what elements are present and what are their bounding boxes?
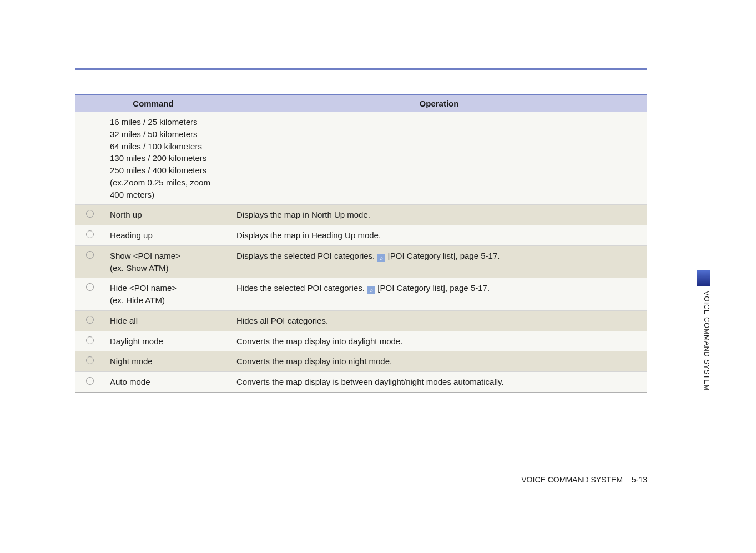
operation-cell: Hides all POI categories. xyxy=(231,310,647,331)
table-row: Night modeConverts the map display into … xyxy=(75,351,647,372)
operation-text: Hides the selected POI categories. xyxy=(236,283,367,293)
row-marker-cell xyxy=(75,372,104,393)
operation-cell xyxy=(231,112,647,205)
operation-text: Displays the selected POI categories. xyxy=(236,251,377,260)
table-row: Daylight modeConverts the map display in… xyxy=(75,331,647,351)
section-tab-label: VOICE COMMAND SYSTEM xyxy=(697,285,711,435)
row-marker-cell xyxy=(75,225,104,246)
row-marker-cell xyxy=(75,112,104,205)
circle-bullet-icon xyxy=(86,356,94,364)
column-header-operation: Operation xyxy=(231,95,647,112)
circle-bullet-icon xyxy=(86,336,94,344)
crop-mark xyxy=(724,536,724,553)
command-cell: North up xyxy=(104,205,231,225)
circle-bullet-icon xyxy=(86,210,94,218)
crop-mark xyxy=(0,28,17,28)
crop-mark xyxy=(32,536,32,553)
reference-text: [POI Category list], page 5-17. xyxy=(377,283,490,293)
reference-icon: ⌕ xyxy=(367,286,375,294)
circle-bullet-icon xyxy=(86,230,94,238)
row-marker-cell xyxy=(75,205,104,225)
section-tab: VOICE COMMAND SYSTEM xyxy=(697,270,710,431)
table-row: Show <POI name> (ex. Show ATM)Displays t… xyxy=(75,245,647,278)
column-header-command: Command xyxy=(75,95,231,112)
crop-mark xyxy=(739,525,756,525)
row-marker-cell xyxy=(75,351,104,372)
command-cell: Daylight mode xyxy=(104,331,231,351)
command-table: Command Operation 16 miles / 25 kilomete… xyxy=(75,94,647,393)
operation-cell: Converts the map display into night mode… xyxy=(231,351,647,372)
command-cell: Hide all xyxy=(104,310,231,331)
circle-bullet-icon xyxy=(86,283,94,291)
circle-bullet-icon xyxy=(86,377,94,385)
crop-mark xyxy=(724,0,724,17)
footer-page-number: 5-13 xyxy=(632,475,647,484)
command-cell: Auto mode xyxy=(104,372,231,393)
row-marker-cell xyxy=(75,278,104,311)
table-row: North upDisplays the map in North Up mod… xyxy=(75,205,647,225)
command-cell: Night mode xyxy=(104,351,231,372)
operation-cell: Hides the selected POI categories. ⌕ [PO… xyxy=(231,278,647,311)
operation-cell: Converts the map display is between dayl… xyxy=(231,372,647,393)
operation-cell: Converts the map display into daylight m… xyxy=(231,331,647,351)
crop-mark xyxy=(739,28,756,28)
operation-cell: Displays the map in Heading Up mode. xyxy=(231,225,647,246)
command-cell: Hide <POI name> (ex. Hide ATM) xyxy=(104,278,231,311)
command-cell: Show <POI name> (ex. Show ATM) xyxy=(104,245,231,278)
command-cell: Heading up xyxy=(104,225,231,246)
operation-cell: Displays the map in North Up mode. xyxy=(231,205,647,225)
page-footer: VOICE COMMAND SYSTEM 5-13 xyxy=(521,475,647,484)
circle-bullet-icon xyxy=(86,251,94,259)
command-cell: 16 miles / 25 kilometers 32 miles / 50 k… xyxy=(104,112,231,205)
content-area: Command Operation 16 miles / 25 kilomete… xyxy=(75,94,647,393)
table-row: Hide <POI name> (ex. Hide ATM)Hides the … xyxy=(75,278,647,311)
operation-cell: Displays the selected POI categories. ⌕ … xyxy=(231,245,647,278)
table-row: Auto modeConverts the map display is bet… xyxy=(75,372,647,393)
crop-mark xyxy=(32,0,32,17)
crop-mark xyxy=(0,525,17,525)
table-row: Hide allHides all POI categories. xyxy=(75,310,647,331)
circle-bullet-icon xyxy=(86,316,94,324)
row-marker-cell xyxy=(75,310,104,331)
row-marker-cell xyxy=(75,331,104,351)
table-row: Heading upDisplays the map in Heading Up… xyxy=(75,225,647,246)
reference-icon: ⌕ xyxy=(377,254,385,262)
reference-text: [POI Category list], page 5-17. xyxy=(388,251,500,260)
section-tab-marker xyxy=(697,270,710,286)
row-marker-cell xyxy=(75,245,104,278)
footer-section: VOICE COMMAND SYSTEM xyxy=(521,475,623,484)
header-rule xyxy=(75,68,647,70)
table-row: 16 miles / 25 kilometers 32 miles / 50 k… xyxy=(75,112,647,205)
